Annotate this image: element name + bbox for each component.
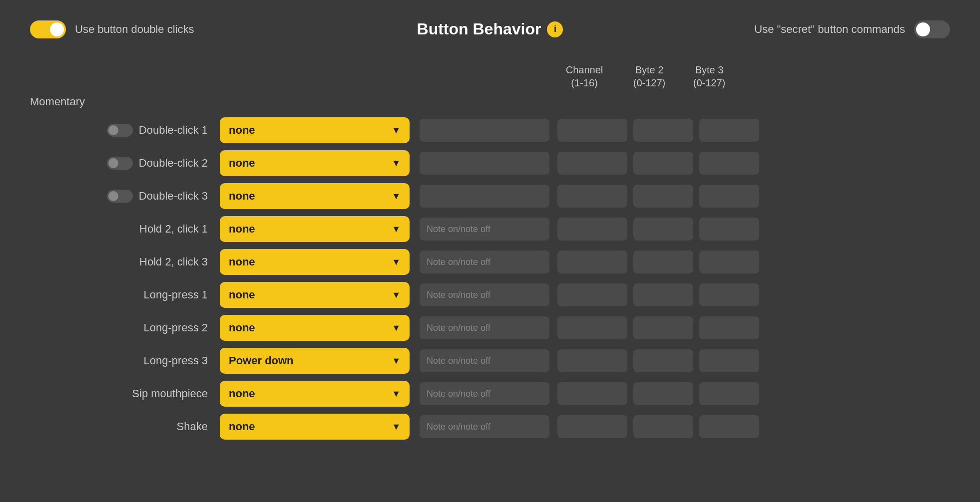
small-toggle-1[interactable] xyxy=(107,157,133,170)
channel-field-8[interactable] xyxy=(557,382,627,405)
byte2-field-8[interactable] xyxy=(633,382,693,405)
table-row: Double-click 1none▼ xyxy=(30,117,950,143)
header-right: Use "secret" button commands xyxy=(643,20,950,38)
byte3-field-9[interactable] xyxy=(699,415,759,438)
channel-col-header: Channel (1-16) xyxy=(549,63,619,89)
page-title: Button Behavior xyxy=(417,20,541,38)
small-toggle-0[interactable] xyxy=(107,124,133,137)
chevron-down-icon-5: ▼ xyxy=(392,290,401,300)
note-field-3[interactable]: Note on/note off xyxy=(420,218,549,241)
dropdown-value-4: none xyxy=(229,255,255,268)
small-toggle-2[interactable] xyxy=(107,190,133,203)
main-container: Use button double clicks Button Behavior… xyxy=(0,0,980,502)
byte3-field-6[interactable] xyxy=(699,316,759,339)
dropdown-4[interactable]: none▼ xyxy=(220,249,410,275)
channel-field-7[interactable] xyxy=(557,349,627,372)
channel-field-1[interactable] xyxy=(557,152,627,175)
info-icon[interactable]: i xyxy=(547,21,563,37)
secret-commands-label: Use "secret" button commands xyxy=(754,23,905,36)
dropdown-2[interactable]: none▼ xyxy=(220,183,410,209)
behavior-rows: Double-click 1none▼Double-click 2none▼Do… xyxy=(30,117,950,440)
column-headers: Channel (1-16) Byte 2 (0-127) Byte 3 (0-… xyxy=(30,63,950,89)
byte2-label: Byte 2 (0-127) xyxy=(619,63,679,89)
dropdown-value-3: none xyxy=(229,223,255,236)
note-field-4[interactable]: Note on/note off xyxy=(420,251,549,273)
dropdown-9[interactable]: none▼ xyxy=(220,414,410,440)
byte3-field-8[interactable] xyxy=(699,382,759,405)
small-toggle-knob-0 xyxy=(108,125,118,135)
section-label: Momentary xyxy=(30,95,950,108)
byte3-field-5[interactable] xyxy=(699,283,759,306)
small-toggle-knob-1 xyxy=(108,158,118,168)
dropdown-value-2: none xyxy=(229,190,255,203)
byte3-field-3[interactable] xyxy=(699,218,759,241)
byte2-field-0[interactable] xyxy=(633,119,693,142)
channel-field-3[interactable] xyxy=(557,218,627,241)
chevron-down-icon-6: ▼ xyxy=(392,323,401,333)
note-field-7[interactable]: Note on/note off xyxy=(420,349,549,372)
byte3-field-2[interactable] xyxy=(699,185,759,208)
byte3-field-4[interactable] xyxy=(699,251,759,273)
note-field-8[interactable]: Note on/note off xyxy=(420,382,549,405)
chevron-down-icon-4: ▼ xyxy=(392,257,401,267)
channel-field-9[interactable] xyxy=(557,415,627,438)
byte3-col-header: Byte 3 (0-127) xyxy=(679,63,739,89)
channel-field-2[interactable] xyxy=(557,185,627,208)
double-click-label: Use button double clicks xyxy=(75,23,194,36)
byte2-field-6[interactable] xyxy=(633,316,693,339)
byte2-field-1[interactable] xyxy=(633,152,693,175)
row-label-8: Sip mouthpiece xyxy=(132,387,208,400)
note-field-5[interactable]: Note on/note off xyxy=(420,283,549,306)
toggle-knob xyxy=(50,22,64,36)
row-label-3: Hold 2, click 1 xyxy=(139,223,208,236)
dropdown-value-6: none xyxy=(229,321,255,334)
note-field-1 xyxy=(420,152,549,175)
byte3-field-1[interactable] xyxy=(699,152,759,175)
table-row: Double-click 3none▼ xyxy=(30,183,950,209)
row-label-2: Double-click 3 xyxy=(139,190,208,203)
dropdown-0[interactable]: none▼ xyxy=(220,117,410,143)
chevron-down-icon-2: ▼ xyxy=(392,191,401,202)
dropdown-value-0: none xyxy=(229,124,255,137)
byte2-field-9[interactable] xyxy=(633,415,693,438)
byte3-field-7[interactable] xyxy=(699,349,759,372)
channel-field-6[interactable] xyxy=(557,316,627,339)
channel-field-0[interactable] xyxy=(557,119,627,142)
dropdown-1[interactable]: none▼ xyxy=(220,150,410,176)
dropdown-6[interactable]: none▼ xyxy=(220,315,410,341)
channel-field-4[interactable] xyxy=(557,251,627,273)
row-label-7: Long-press 3 xyxy=(144,354,208,367)
chevron-down-icon-0: ▼ xyxy=(392,125,401,136)
dropdown-3[interactable]: none▼ xyxy=(220,216,410,242)
note-field-2 xyxy=(420,185,549,208)
byte2-field-7[interactable] xyxy=(633,349,693,372)
row-label-9: Shake xyxy=(177,420,208,433)
secret-toggle-knob xyxy=(916,22,930,36)
note-field-9[interactable]: Note on/note off xyxy=(420,415,549,438)
channel-field-5[interactable] xyxy=(557,283,627,306)
byte2-field-5[interactable] xyxy=(633,283,693,306)
chevron-down-icon-9: ▼ xyxy=(392,422,401,432)
row-label-5: Long-press 1 xyxy=(144,288,208,301)
byte2-field-3[interactable] xyxy=(633,218,693,241)
chevron-down-icon-8: ▼ xyxy=(392,389,401,399)
small-toggle-knob-2 xyxy=(108,191,118,201)
double-click-toggle[interactable] xyxy=(30,20,66,38)
header-left: Use button double clicks xyxy=(30,20,337,38)
dropdown-8[interactable]: none▼ xyxy=(220,381,410,407)
dropdown-value-5: none xyxy=(229,288,255,301)
table-row: Long-press 2none▼Note on/note off xyxy=(30,315,950,341)
dropdown-value-1: none xyxy=(229,157,255,170)
byte3-field-0[interactable] xyxy=(699,119,759,142)
chevron-down-icon-3: ▼ xyxy=(392,224,401,235)
byte3-label: Byte 3 (0-127) xyxy=(679,63,739,89)
table-row: Hold 2, click 3none▼Note on/note off xyxy=(30,249,950,275)
byte2-field-2[interactable] xyxy=(633,185,693,208)
secret-commands-toggle[interactable] xyxy=(914,20,950,38)
note-field-6[interactable]: Note on/note off xyxy=(420,316,549,339)
dropdown-7[interactable]: Power down▼ xyxy=(220,348,410,374)
byte2-field-4[interactable] xyxy=(633,251,693,273)
dropdown-value-9: none xyxy=(229,420,255,433)
dropdown-5[interactable]: none▼ xyxy=(220,282,410,308)
note-field-0 xyxy=(420,119,549,142)
